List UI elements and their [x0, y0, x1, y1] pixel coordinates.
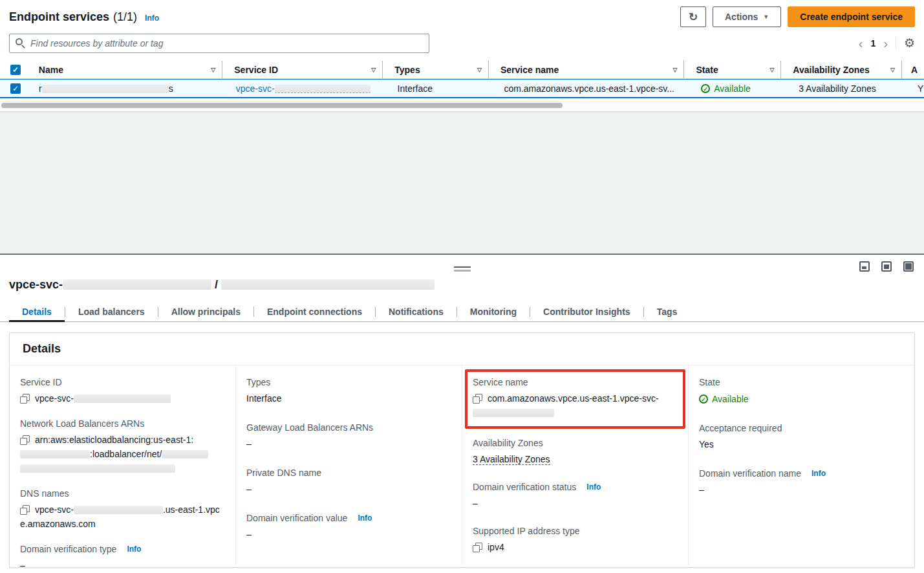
column-header-name[interactable]: Name ▽ — [30, 61, 222, 78]
tab-details[interactable]: Details — [9, 301, 65, 321]
search-box — [9, 34, 429, 53]
filter-icon[interactable]: ▽ — [673, 67, 678, 73]
copy-icon[interactable] — [20, 505, 30, 515]
availability-zones-popover-link[interactable]: 3 Availability Zones — [799, 83, 876, 94]
field-dns-names: DNS names vpce-svc-.us-east-1.vpce.amazo… — [20, 488, 225, 531]
copy-icon[interactable] — [20, 394, 30, 404]
status-badge: ✓ Available — [699, 392, 749, 406]
result-count: (1/1) — [113, 10, 137, 24]
copy-icon[interactable] — [473, 394, 482, 404]
details-column-4: State ✓ Available Acceptance required Ye… — [688, 365, 914, 565]
toolbar-row: ‹ 1 › ⚙ — [0, 34, 924, 53]
column-header-types[interactable]: Types ▽ — [383, 61, 489, 78]
divider — [896, 36, 896, 50]
filter-icon[interactable]: ▽ — [211, 67, 215, 73]
chevron-left-icon[interactable]: ‹ — [859, 37, 863, 50]
field-domain-verification-name: Domain verification nameInfo – — [699, 468, 904, 497]
column-header-service-id[interactable]: Service ID ▽ — [222, 61, 383, 78]
chevron-right-icon[interactable]: › — [883, 37, 888, 50]
column-header-acceptance[interactable]: A — [902, 61, 924, 78]
panel-size-small-button[interactable] — [859, 261, 870, 272]
details-column-2: Types Interface Gateway Load Balancers A… — [235, 365, 462, 565]
tab-contributor-insights[interactable]: Contributor Insights — [530, 301, 643, 321]
check-circle-icon: ✓ — [701, 84, 710, 93]
panel-header: Endpoint services (1/1) Info ↻ Actions ▼… — [0, 0, 924, 27]
check-circle-icon: ✓ — [699, 395, 708, 404]
details-body: Service ID vpce-svc- Network Load Balanc… — [10, 365, 914, 565]
row-acceptance-cell: Y — [908, 83, 924, 94]
tab-monitoring[interactable]: Monitoring — [457, 301, 530, 321]
redacted-text — [473, 409, 554, 417]
redacted-text — [20, 464, 175, 473]
column-header-availability-zones[interactable]: Availability Zones ▽ — [781, 61, 902, 78]
info-link[interactable]: Info — [145, 14, 159, 23]
panel-size-large-button[interactable] — [903, 261, 914, 272]
column-header-service-name[interactable]: Service name ▽ — [489, 61, 684, 78]
select-all-cell: ✓ — [0, 61, 30, 78]
search-input[interactable] — [9, 34, 429, 53]
tab-notifications[interactable]: Notifications — [376, 301, 457, 321]
header-actions: ↻ Actions ▼ Create endpoint service — [680, 6, 915, 27]
field-service-name: Service name com.amazonaws.vpce.us-east-… — [473, 377, 678, 420]
availability-zones-popover-link[interactable]: 3 Availability Zones — [473, 454, 550, 465]
copy-icon[interactable] — [20, 435, 30, 445]
field-availability-zones: Availability Zones 3 Availability Zones — [473, 438, 678, 466]
highlight-box: Service name com.amazonaws.vpce.us-east-… — [465, 369, 685, 429]
row-checkbox[interactable]: ✓ — [10, 83, 21, 94]
title-group: Endpoint services (1/1) Info — [9, 10, 159, 24]
table-header-row: ✓ Name ▽ Service ID ▽ Types ▽ Service na… — [0, 61, 924, 79]
details-column-3: Service name com.amazonaws.vpce.us-east-… — [462, 365, 688, 565]
pagination-page-number[interactable]: 1 — [870, 38, 876, 49]
field-service-id: Service ID vpce-svc- — [20, 377, 225, 405]
horizontal-scrollbar[interactable] — [0, 102, 924, 109]
create-endpoint-service-button[interactable]: Create endpoint service — [788, 6, 915, 27]
field-supported-ip: Supported IP address type ipv4 — [473, 526, 678, 554]
tab-allow-principals[interactable]: Allow principals — [158, 301, 253, 321]
field-nlb-arns: Network Load Balancers ARNs arn:aws:elas… — [20, 418, 225, 475]
select-all-checkbox[interactable]: ✓ — [10, 65, 21, 75]
page-title: Endpoint services — [9, 10, 109, 24]
filter-icon[interactable]: ▽ — [890, 67, 895, 73]
actions-label: Actions — [725, 12, 758, 22]
info-link[interactable]: Info — [811, 469, 826, 478]
redacted-text — [42, 85, 169, 93]
redacted-text — [162, 450, 208, 459]
gear-icon[interactable]: ⚙ — [904, 37, 915, 50]
filter-icon[interactable]: ▽ — [769, 67, 774, 73]
status-badge: ✓ Available — [701, 83, 751, 94]
refresh-icon: ↻ — [689, 10, 698, 24]
redacted-text — [74, 395, 171, 403]
details-card: Details Service ID vpce-svc- Network Loa… — [9, 332, 915, 568]
endpoint-services-table: ✓ Name ▽ Service ID ▽ Types ▽ Service na… — [0, 61, 924, 109]
panel-title: vpce-svc- / — [9, 278, 435, 292]
refresh-button[interactable]: ↻ — [680, 6, 706, 27]
field-state: State ✓ Available — [699, 377, 904, 406]
field-glb-arns: Gateway Load Balancers ARNs – — [246, 422, 451, 451]
info-link[interactable]: Info — [586, 482, 601, 492]
service-id-link[interactable]: vpce-svc- — [236, 83, 371, 94]
row-name-cell: rs — [30, 83, 224, 94]
field-domain-verification-status: Domain verification statusInfo – — [473, 482, 678, 510]
field-types: Types Interface — [246, 377, 451, 405]
panel-drag-handle[interactable] — [451, 264, 473, 274]
tab-endpoint-connections[interactable]: Endpoint connections — [254, 301, 375, 321]
scrollbar-thumb[interactable] — [1, 103, 563, 108]
column-header-state[interactable]: State ▽ — [684, 61, 781, 78]
pagination: ‹ 1 › ⚙ — [859, 36, 915, 50]
row-types-cell: Interface — [386, 83, 493, 94]
filter-icon[interactable]: ▽ — [371, 67, 376, 73]
info-link[interactable]: Info — [358, 514, 372, 523]
field-domain-verification-type: Domain verification typeInfo – — [20, 544, 225, 572]
tab-load-balancers[interactable]: Load balancers — [65, 301, 158, 321]
table-row[interactable]: ✓ rs vpce-svc- Interface com.amazonaws.v… — [0, 79, 924, 98]
redacted-text — [63, 279, 211, 290]
info-link[interactable]: Info — [127, 545, 141, 554]
copy-icon[interactable] — [473, 543, 482, 552]
panel-size-medium-button[interactable] — [881, 261, 892, 272]
details-column-1: Service ID vpce-svc- Network Load Balanc… — [10, 365, 235, 565]
actions-button[interactable]: Actions ▼ — [713, 6, 781, 27]
filter-icon[interactable]: ▽ — [477, 67, 482, 73]
row-availability-zones-cell: 3 Availability Zones — [787, 83, 908, 94]
tab-tags[interactable]: Tags — [644, 301, 691, 321]
tab-bar: Details Load balancers Allow principals … — [0, 301, 924, 322]
